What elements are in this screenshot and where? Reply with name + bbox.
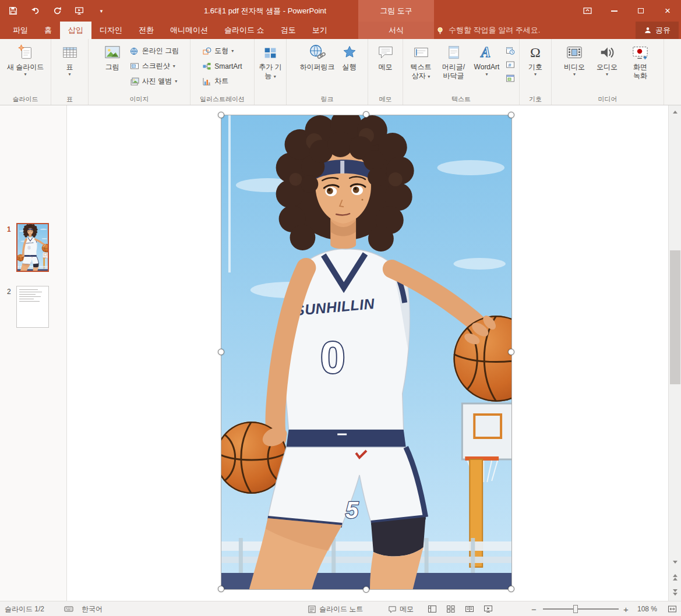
comments-button[interactable]: 메모 [388, 601, 414, 616]
fit-to-window-button[interactable] [668, 601, 677, 616]
tab-file[interactable]: 파일 [5, 22, 36, 39]
zoom-slider-track[interactable] [543, 608, 619, 610]
selection-handle-middle-left[interactable] [218, 349, 224, 355]
undo-button[interactable] [28, 3, 42, 19]
selection-handle-top-right[interactable] [508, 112, 514, 118]
symbol-button[interactable]: Ω 기호 ▾ [527, 41, 544, 78]
ime-indicator[interactable] [64, 601, 73, 616]
quick-access-toolbar: ▾ [6, 0, 108, 22]
share-label: 공유 [655, 25, 671, 36]
notes-button[interactable]: 슬라이드 노트 [308, 601, 363, 616]
scrollbar-thumb[interactable] [670, 250, 680, 384]
selected-picture[interactable] [221, 115, 511, 589]
new-slide-button[interactable]: 새 슬라이드 ▾ [5, 41, 45, 78]
screen-recording-button[interactable]: 화면 녹화 [623, 41, 657, 82]
maximize-button[interactable] [627, 0, 654, 22]
tell-me-box[interactable]: 수행할 작업을 알려 주세요. [436, 22, 540, 39]
view-slideshow-button[interactable] [484, 601, 493, 616]
tab-home[interactable]: 홈 [36, 22, 60, 39]
tab-review[interactable]: 검토 [273, 22, 304, 39]
audio-button[interactable]: 오디오 ▾ [591, 41, 623, 78]
view-reading-button[interactable] [465, 601, 474, 616]
date-time-icon [506, 46, 515, 55]
title-bar: ▾ 1.6대1 pdf 전자책 샘플 - PowerPoint 그림 도구 × [0, 0, 681, 22]
photo-album-button[interactable]: 사진 앨범 ▾ [128, 75, 181, 88]
share-button[interactable]: 공유 [636, 22, 679, 39]
comment-button[interactable]: 메모 [375, 41, 396, 73]
group-label-text: 텍스트 [403, 95, 519, 104]
textbox-button[interactable]: 텍스트 상자 ▾ [405, 41, 437, 82]
slide-1-number: 1 [7, 225, 11, 233]
chart-button[interactable]: 차트 [200, 75, 244, 88]
group-slides: 새 슬라이드 ▾ 슬라이드 [0, 39, 51, 105]
shapes-button[interactable]: 도형 ▾ [200, 44, 244, 58]
scroll-down-button[interactable] [669, 555, 681, 568]
zoom-slider-thumb[interactable] [573, 605, 578, 613]
new-slide-icon [17, 44, 34, 61]
object-button[interactable] [503, 72, 517, 85]
video-button[interactable]: 비디오 ▾ [558, 41, 591, 78]
addins-button[interactable]: 추가 기 능 ▾ [257, 41, 283, 82]
selection-handle-bottom-left[interactable] [218, 586, 224, 592]
action-star-icon [341, 44, 358, 61]
tab-transitions[interactable]: 전환 [130, 22, 162, 39]
date-time-button[interactable] [503, 44, 517, 57]
slide-indicator[interactable]: 슬라이드 1/2 [5, 601, 44, 616]
slide-number-button[interactable]: # [503, 58, 517, 71]
tab-view[interactable]: 보기 [304, 22, 336, 39]
ribbon-tab-row: 파일 홈 삽입 디자인 전환 애니메이션 슬라이드 쇼 검토 보기 서식 수행할… [0, 22, 681, 39]
chevron-down-icon: ▾ [24, 72, 26, 77]
zoom-out-button[interactable]: − [531, 601, 537, 616]
screenshot-button[interactable]: 스크린샷 ▾ [128, 59, 181, 73]
save-button[interactable] [6, 3, 20, 19]
header-footer-button[interactable]: 머리글/ 바닥글 [437, 41, 471, 82]
next-slide-button[interactable] [669, 586, 681, 599]
vertical-scrollbar[interactable] [668, 105, 681, 601]
save-icon [8, 6, 18, 16]
group-media: 비디오 ▾ 오디오 ▾ 화면 녹화 미디어 [552, 39, 664, 105]
tab-insert[interactable]: 삽입 [60, 22, 91, 39]
slide-canvas[interactable] [67, 105, 668, 601]
smartart-button[interactable]: SmartArt [200, 59, 244, 73]
table-button[interactable]: 표 ▾ [59, 41, 80, 78]
slide-1-thumbnail[interactable] [16, 223, 49, 272]
arrow-down-icon [673, 561, 678, 564]
group-comments: 메모 메모 [368, 39, 403, 105]
redo-button[interactable] [50, 3, 64, 19]
hyperlink-button[interactable]: 하이퍼링크 [295, 41, 340, 73]
zoom-level[interactable]: 108 % [637, 601, 657, 616]
tab-design[interactable]: 디자인 [91, 22, 130, 39]
selection-handle-bottom-right[interactable] [508, 586, 514, 592]
pictures-button[interactable]: 그림 [97, 41, 128, 73]
selection-handle-middle-right[interactable] [508, 349, 514, 355]
previous-slide-button[interactable] [669, 571, 681, 583]
group-label-images: 이미지 [89, 95, 190, 104]
selection-handle-bottom-center[interactable] [363, 586, 369, 593]
language-indicator[interactable]: 한국어 [82, 601, 103, 616]
arrow-up-icon [673, 111, 678, 114]
close-button[interactable]: × [654, 0, 681, 22]
comment-icon [377, 44, 394, 61]
svg-text:A: A [479, 44, 490, 60]
group-illustrations: 도형 ▾ SmartArt 차트 [190, 39, 255, 105]
selection-handle-top-center[interactable] [363, 111, 369, 118]
photo-album-icon [130, 77, 139, 86]
minimize-button[interactable] [601, 0, 627, 22]
object-icon [506, 74, 515, 83]
view-normal-button[interactable] [428, 601, 437, 616]
zoom-in-button[interactable]: + [623, 601, 629, 616]
tab-slideshow[interactable]: 슬라이드 쇼 [216, 22, 273, 39]
ribbon-display-options-button[interactable] [574, 0, 601, 22]
online-pictures-button[interactable]: 온라인 그림 [128, 44, 181, 58]
wordart-button[interactable]: A WordArt ▾ [471, 41, 503, 78]
view-slide-sorter-button[interactable] [446, 601, 456, 616]
start-slideshow-button[interactable] [72, 3, 86, 19]
double-chevron-down-icon [673, 593, 678, 596]
tab-format[interactable]: 서식 [379, 22, 413, 39]
action-button[interactable]: 실행 [340, 41, 359, 73]
scroll-up-button[interactable] [669, 105, 681, 118]
slide-2-thumbnail[interactable] [16, 286, 49, 328]
tab-animations[interactable]: 애니메이션 [162, 22, 216, 39]
customize-qat-dropdown[interactable]: ▾ [94, 3, 108, 19]
selection-handle-top-left[interactable] [218, 112, 224, 118]
